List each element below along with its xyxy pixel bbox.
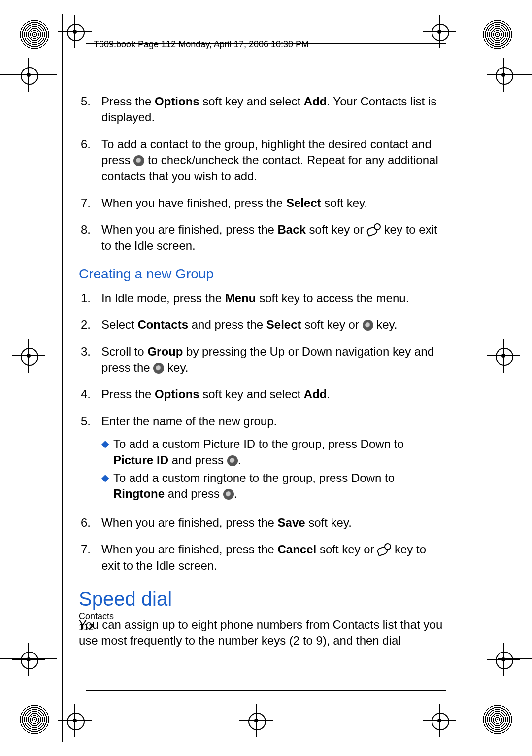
footer-section: Contacts bbox=[79, 611, 114, 621]
running-header: T609.book Page 112 Monday, April 17, 200… bbox=[94, 39, 399, 53]
page-footer: Contacts 112 bbox=[79, 611, 114, 633]
step-number: 4. bbox=[79, 386, 101, 402]
register-target-icon bbox=[64, 21, 86, 42]
step-text: When you are finished, press the Save so… bbox=[101, 515, 443, 531]
list-item: 7.When you have finished, press the Sele… bbox=[79, 195, 443, 211]
step-text: In Idle mode, press the Menu soft key to… bbox=[101, 290, 443, 306]
sub-bullet-item: ◆To add a custom ringtone to the group, … bbox=[101, 470, 443, 502]
step-number: 7. bbox=[79, 542, 101, 574]
list-item: 5.Enter the name of the new group.◆To ad… bbox=[79, 413, 443, 504]
sub-bullet-list: ◆To add a custom Picture ID to the group… bbox=[101, 436, 443, 502]
list-item: 5.Press the Options soft key and select … bbox=[79, 94, 443, 126]
step-number: 5. bbox=[79, 94, 101, 126]
footer-page-number: 112 bbox=[79, 622, 114, 633]
step-number: 1. bbox=[79, 290, 101, 306]
diamond-bullet-icon: ◆ bbox=[101, 436, 113, 468]
step-text: When you have finished, press the Select… bbox=[101, 195, 443, 211]
step-text: To add a contact to the group, highlight… bbox=[101, 137, 443, 184]
steps-list-creating-group: 1.In Idle mode, press the Menu soft key … bbox=[79, 290, 443, 574]
page-body: 5.Press the Options soft key and select … bbox=[79, 94, 443, 656]
step-text: Select Contacts and press the Select sof… bbox=[101, 317, 443, 333]
sub-bullet-text: To add a custom ringtone to the group, p… bbox=[113, 470, 443, 502]
list-item: 2.Select Contacts and press the Select s… bbox=[79, 317, 443, 333]
register-target-icon bbox=[429, 710, 450, 731]
step-text: When you are finished, press the Back so… bbox=[101, 222, 443, 254]
register-target-icon bbox=[18, 64, 39, 86]
spiral-mark-icon bbox=[20, 20, 49, 49]
step-text: Enter the name of the new group.◆To add … bbox=[101, 413, 443, 504]
sub-bullet-item: ◆To add a custom Picture ID to the group… bbox=[101, 436, 443, 468]
step-number: 2. bbox=[79, 317, 101, 333]
register-target-icon bbox=[493, 345, 514, 367]
step-text: When you are finished, press the Cancel … bbox=[101, 542, 443, 574]
spiral-mark-icon bbox=[483, 705, 512, 734]
register-target-icon bbox=[64, 710, 86, 731]
list-item: 3.Scroll to Group by pressing the Up or … bbox=[79, 344, 443, 376]
end-key-icon bbox=[367, 224, 381, 236]
speed-dial-paragraph: You can assign up to eight phone numbers… bbox=[79, 617, 443, 649]
crop-v-line bbox=[62, 14, 63, 742]
document-page: T609.book Page 112 Monday, April 17, 200… bbox=[0, 0, 532, 756]
step-number: 3. bbox=[79, 344, 101, 376]
step-text: Scroll to Group by pressing the Up or Do… bbox=[101, 344, 443, 376]
sub-bullet-text: To add a custom Picture ID to the group,… bbox=[113, 436, 443, 468]
heading-creating-group: Creating a new Group bbox=[79, 265, 443, 283]
diamond-bullet-icon: ◆ bbox=[101, 470, 113, 502]
ok-key-icon bbox=[227, 455, 238, 466]
step-text: Press the Options soft key and select Ad… bbox=[101, 386, 443, 402]
steps-list-continuation: 5.Press the Options soft key and select … bbox=[79, 94, 443, 254]
register-target-icon bbox=[429, 21, 450, 42]
register-target-icon bbox=[493, 649, 514, 670]
list-item: 6.To add a contact to the group, highlig… bbox=[79, 137, 443, 184]
ok-key-icon bbox=[153, 363, 164, 374]
spiral-mark-icon bbox=[20, 705, 49, 734]
step-number: 6. bbox=[79, 515, 101, 531]
ok-key-icon bbox=[133, 155, 144, 166]
list-item: 6.When you are finished, press the Save … bbox=[79, 515, 443, 531]
end-key-icon bbox=[377, 544, 391, 556]
step-number: 7. bbox=[79, 195, 101, 211]
ok-key-icon bbox=[223, 489, 234, 500]
list-item: 4.Press the Options soft key and select … bbox=[79, 386, 443, 402]
ok-key-icon bbox=[363, 320, 373, 331]
list-item: 1.In Idle mode, press the Menu soft key … bbox=[79, 290, 443, 306]
list-item: 8.When you are finished, press the Back … bbox=[79, 222, 443, 254]
crop-h-line-bottom bbox=[86, 690, 446, 691]
spiral-mark-icon bbox=[483, 20, 512, 49]
step-number: 6. bbox=[79, 137, 101, 184]
heading-speed-dial: Speed dial bbox=[79, 585, 443, 612]
register-target-icon bbox=[493, 64, 514, 86]
register-target-icon bbox=[18, 345, 39, 367]
register-target-icon bbox=[245, 710, 267, 731]
step-number: 8. bbox=[79, 222, 101, 254]
step-text: Press the Options soft key and select Ad… bbox=[101, 94, 443, 126]
list-item: 7.When you are finished, press the Cance… bbox=[79, 542, 443, 574]
register-target-icon bbox=[18, 649, 39, 670]
step-number: 5. bbox=[79, 413, 101, 504]
